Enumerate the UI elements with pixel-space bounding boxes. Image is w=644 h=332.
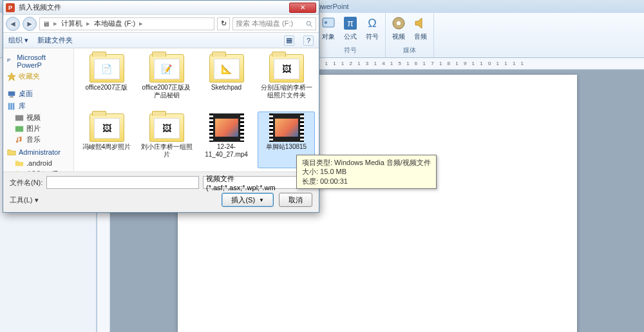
svg-marker-9: [8, 72, 15, 80]
folder-icon: [15, 159, 24, 168]
svg-rect-16: [15, 126, 23, 132]
file-tooltip: 项目类型: Windows Media 音频/视频文件 大小: 15.0 MB …: [296, 155, 437, 189]
breadcrumb-icon: 🖥: [43, 20, 50, 28]
dialog-titlebar: P 插入视频文件 ✕: [3, 1, 319, 15]
powerpoint-icon: P: [6, 3, 15, 12]
powerpoint-icon: P: [7, 57, 14, 65]
picture-icon: [15, 124, 24, 133]
file-label: office2007正版及产品秘钥: [140, 84, 193, 99]
library-icon: [7, 102, 16, 111]
dialog-close-button[interactable]: ✕: [289, 3, 316, 13]
file-label: 冯峻熙4周岁照片: [82, 143, 131, 151]
ribbon-object[interactable]: 对象: [321, 15, 336, 41]
svg-point-1: [325, 21, 327, 24]
file-label: Sketchpad: [211, 84, 242, 92]
svg-text:Ω: Ω: [368, 17, 376, 30]
search-placeholder: 搜索 本地磁盘 (F:): [236, 19, 293, 28]
ribbon-audio[interactable]: 音频: [413, 15, 428, 41]
svg-rect-14: [13, 103, 15, 110]
refresh-button[interactable]: ↻: [217, 17, 230, 30]
sidebar-android[interactable]: .android: [7, 158, 70, 168]
tooltip-length: 长度: 00:00:31: [302, 177, 431, 186]
tooltip-size: 大小: 15.0 MB: [302, 167, 431, 176]
sidebar-pictures[interactable]: 图片: [7, 123, 70, 134]
dialog-nav: ◄ ► 🖥 ▸ 计算机 ▸ 本地磁盘 (F:) ▸ ↻ 搜索 本地磁盘 (F:): [3, 15, 319, 33]
svg-rect-15: [15, 115, 23, 121]
folder-icon: [7, 148, 16, 157]
file-item[interactable]: 🖼冯峻熙4周岁照片: [78, 112, 135, 168]
file-item[interactable]: 📝office2007正版及产品秘钥: [138, 52, 195, 109]
ribbon-symbol[interactable]: Ω 符号: [365, 15, 380, 41]
tooltip-type: 项目类型: Windows Media 音频/视频文件: [302, 158, 431, 167]
file-item[interactable]: 🖼刘小庄李桥一组照片: [138, 112, 195, 168]
nav-back-button[interactable]: ◄: [6, 17, 20, 31]
file-grid[interactable]: 📄office2007正版📝office2007正版及产品秘钥📐Sketchpa…: [74, 48, 319, 171]
dialog-footer: 文件名(N): 视频文件 (*.asf;*.asx;*.wpl;*.wm▾ 工具…: [3, 171, 319, 212]
file-label: 刘小庄李桥一组照片: [140, 143, 193, 158]
sidebar-libraries[interactable]: 库: [7, 101, 70, 111]
sidebar-music[interactable]: 音乐: [7, 134, 70, 145]
music-icon: [15, 135, 24, 144]
svg-rect-12: [8, 103, 10, 110]
file-item[interactable]: 12-24-11_40_27.mp4: [198, 112, 255, 168]
nav-forward-button[interactable]: ►: [23, 17, 37, 31]
svg-point-7: [307, 21, 310, 25]
file-label: office2007正版: [86, 84, 128, 92]
sidebar-favorites[interactable]: 收藏夹: [7, 72, 70, 81]
svg-rect-0: [323, 18, 334, 27]
video-icon: [15, 113, 24, 122]
ribbon-equation[interactable]: π 公式: [343, 15, 358, 41]
organize-menu[interactable]: 组织 ▾: [8, 35, 28, 45]
group-label-media: 媒体: [403, 46, 416, 55]
desktop-icon: [7, 90, 16, 99]
svg-text:π: π: [347, 18, 354, 28]
svg-point-6: [397, 21, 401, 25]
cancel-button[interactable]: 取消: [279, 193, 312, 207]
sidebar-app[interactable]: P Microsoft PowerP: [7, 54, 70, 69]
dialog-title: 插入视频文件: [19, 3, 61, 12]
file-label: 分别压缩的李桥一组照片文件夹: [260, 84, 313, 99]
sidebar-administrator[interactable]: Administrator: [7, 148, 70, 157]
dialog-sidebar: P Microsoft PowerP 收藏夹 桌面 库 视频 图片 音乐 Adm…: [3, 48, 74, 171]
svg-line-8: [310, 24, 312, 26]
breadcrumb-part-1[interactable]: 本地磁盘 (F:): [94, 19, 135, 28]
file-item[interactable]: 📐Sketchpad: [198, 52, 255, 109]
help-button[interactable]: ?: [303, 35, 314, 46]
sidebar-video[interactable]: 视频: [7, 112, 70, 123]
breadcrumb[interactable]: 🖥 ▸ 计算机 ▸ 本地磁盘 (F:) ▸: [39, 17, 214, 30]
sidebar-desktop[interactable]: 桌面: [7, 89, 70, 99]
file-item[interactable]: 📄office2007正版: [78, 52, 135, 109]
tools-menu[interactable]: 工具(L) ▾: [10, 195, 39, 205]
search-input[interactable]: 搜索 本地磁盘 (F:): [232, 17, 316, 30]
svg-rect-11: [10, 96, 13, 97]
insert-video-dialog: P 插入视频文件 ✕ ◄ ► 🖥 ▸ 计算机 ▸ 本地磁盘 (F:) ▸ ↻ 搜…: [3, 0, 319, 213]
search-icon: [305, 20, 313, 28]
group-label-symbols: 符号: [344, 46, 357, 55]
insert-button[interactable]: 插入(S)▼: [222, 193, 274, 207]
filename-input[interactable]: [46, 176, 199, 189]
ribbon-video[interactable]: 视频: [391, 15, 406, 41]
filename-label: 文件名(N):: [10, 178, 43, 188]
breadcrumb-part-0[interactable]: 计算机: [61, 19, 82, 28]
ribbon-group-symbols: 对象 π 公式 Ω 符号 符号: [316, 13, 386, 57]
file-label: 12-24-11_40_27.mp4: [200, 143, 253, 158]
svg-rect-10: [8, 91, 15, 95]
ribbon-group-media: 视频 音频 媒体: [386, 13, 434, 57]
dialog-toolbar: 组织 ▾ 新建文件夹 ▦ ?: [3, 33, 319, 48]
new-folder-button[interactable]: 新建文件夹: [37, 35, 73, 45]
view-mode-button[interactable]: ▦: [284, 35, 294, 46]
svg-rect-13: [10, 103, 12, 110]
file-item[interactable]: 🖼分别压缩的李桥一组照片文件夹: [258, 52, 315, 109]
star-icon: [7, 72, 16, 81]
file-label: 单脚站130815: [266, 143, 307, 151]
